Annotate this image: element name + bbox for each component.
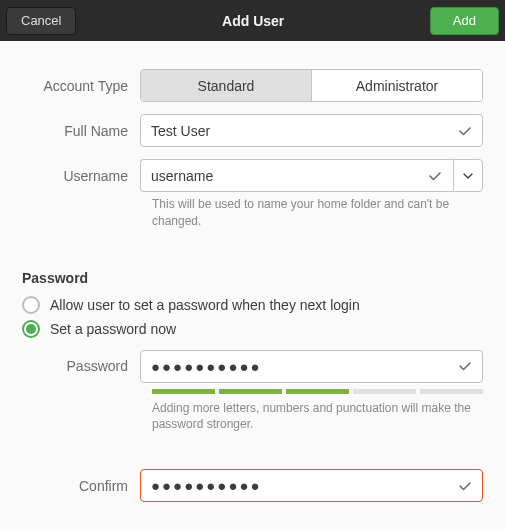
add-button[interactable]: Add	[430, 7, 499, 35]
username-hint: This will be used to name your home fold…	[152, 196, 482, 230]
account-type-standard[interactable]: Standard	[141, 70, 312, 101]
content-area: Account Type Standard Administrator Full…	[0, 41, 505, 529]
window-title: Add User	[222, 13, 284, 29]
account-type-label: Account Type	[22, 78, 140, 94]
confirm-input[interactable]	[140, 469, 483, 502]
strength-segment	[219, 389, 282, 394]
radio-set-now[interactable]	[22, 320, 40, 338]
account-type-toggle: Standard Administrator	[140, 69, 483, 102]
radio-set-later-label[interactable]: Allow user to set a password when they n…	[50, 297, 360, 313]
strength-segment	[353, 389, 416, 394]
full-name-label: Full Name	[22, 123, 140, 139]
full-name-input[interactable]	[140, 114, 483, 147]
header-bar: Cancel Add User Add	[0, 0, 505, 41]
radio-set-now-label[interactable]: Set a password now	[50, 321, 176, 337]
password-section-title: Password	[22, 270, 483, 286]
radio-set-later[interactable]	[22, 296, 40, 314]
confirm-label: Confirm	[22, 478, 140, 494]
password-input[interactable]	[140, 350, 483, 383]
username-input[interactable]	[140, 159, 453, 192]
account-type-administrator[interactable]: Administrator	[312, 70, 482, 101]
username-label: Username	[22, 168, 140, 184]
username-dropdown-button[interactable]	[453, 159, 483, 192]
strength-segment	[152, 389, 215, 394]
cancel-button[interactable]: Cancel	[6, 7, 76, 35]
chevron-down-icon	[463, 171, 473, 181]
strength-segment	[420, 389, 483, 394]
password-label: Password	[22, 358, 140, 374]
password-strength-meter	[152, 389, 483, 394]
strength-segment	[286, 389, 349, 394]
password-hint: Adding more letters, numbers and punctua…	[152, 400, 482, 434]
